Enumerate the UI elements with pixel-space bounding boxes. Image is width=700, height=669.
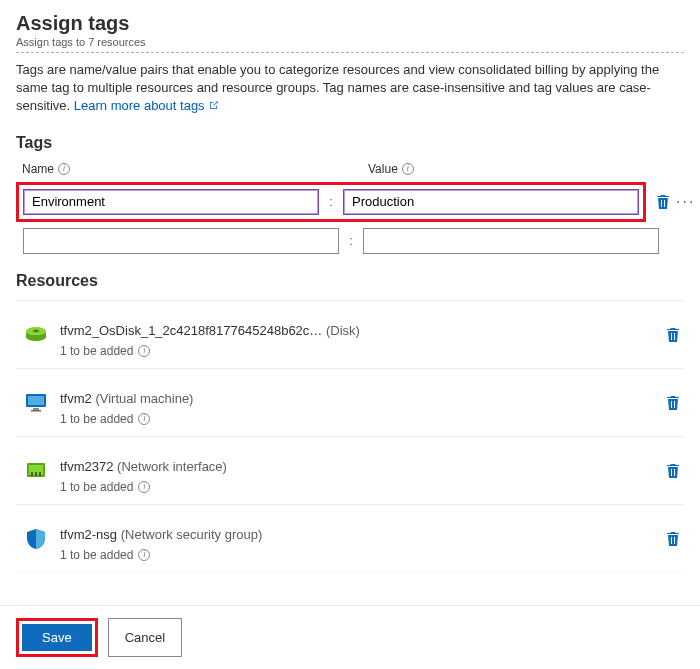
resource-item: tfvm2-nsg (Network security group) 1 to … [16,504,684,572]
footer-toolbar: Save Cancel [0,605,700,669]
tag-name-input[interactable] [23,228,339,254]
trash-icon [666,531,680,547]
resource-status: 1 to be addedi [60,344,676,358]
info-icon[interactable]: i [58,163,70,175]
learn-more-link[interactable]: Learn more about tags [74,98,219,113]
resource-status: 1 to be addedi [60,412,676,426]
tag-value-input[interactable] [343,189,639,215]
resource-item: tfvm2_OsDisk_1_2c4218f8177645248b62c… (D… [16,300,684,368]
vm-icon [24,391,48,415]
trash-icon [666,395,680,411]
resources-section-title: Resources [16,272,684,290]
info-icon[interactable]: i [138,549,150,561]
highlight-annotation: : [16,182,646,222]
svg-rect-8 [31,472,33,476]
resource-status: 1 to be addedi [60,480,676,494]
info-icon[interactable]: i [138,413,150,425]
tag-name-header: Name i [22,162,344,176]
delete-tag-button[interactable] [652,190,674,214]
external-link-icon [208,100,219,111]
cancel-button[interactable]: Cancel [108,618,182,657]
tag-value-input[interactable] [363,228,659,254]
remove-resource-button[interactable] [662,391,684,415]
highlight-annotation: Save [16,618,98,657]
info-icon[interactable]: i [402,163,414,175]
resource-item: tfvm2372 (Network interface) 1 to be add… [16,436,684,504]
remove-resource-button[interactable] [662,459,684,483]
colon-separator: : [319,194,343,209]
svg-point-1 [33,329,39,331]
tag-row: : ··· [16,182,684,222]
remove-resource-button[interactable] [662,527,684,551]
page-subtitle: Assign tags to 7 resources [16,36,684,48]
svg-rect-3 [28,396,44,405]
svg-rect-4 [33,408,39,410]
resource-name: tfvm2_OsDisk_1_2c4218f8177645248b62c… (D… [60,323,676,338]
tags-section-title: Tags [16,134,684,152]
tag-value-header: Value i [368,162,414,176]
remove-resource-button[interactable] [662,323,684,347]
svg-rect-9 [35,472,37,476]
more-options-button[interactable]: ··· [674,189,697,215]
divider [16,52,684,53]
trash-icon [666,327,680,343]
trash-icon [656,194,670,210]
info-icon[interactable]: i [138,345,150,357]
page-title: Assign tags [16,12,684,35]
tag-row: : [16,228,684,254]
description-text: Tags are name/value pairs that enable yo… [16,61,684,116]
resource-name: tfvm2 (Virtual machine) [60,391,676,406]
resource-name: tfvm2-nsg (Network security group) [60,527,676,542]
learn-more-label: Learn more about tags [74,98,205,113]
info-icon[interactable]: i [138,481,150,493]
resource-name: tfvm2372 (Network interface) [60,459,676,474]
resource-item-partial [16,572,684,602]
shield-icon [24,527,48,551]
resource-item: tfvm2 (Virtual machine) 1 to be addedi [16,368,684,436]
disk-icon [24,323,48,347]
nic-icon [24,459,48,483]
trash-icon [666,463,680,479]
svg-rect-10 [39,472,41,476]
colon-separator: : [339,233,363,248]
save-button[interactable]: Save [22,624,92,651]
resource-status: 1 to be addedi [60,548,676,562]
tag-header-row: Name i Value i [16,162,684,176]
tag-name-input[interactable] [23,189,319,215]
svg-rect-5 [31,410,41,412]
